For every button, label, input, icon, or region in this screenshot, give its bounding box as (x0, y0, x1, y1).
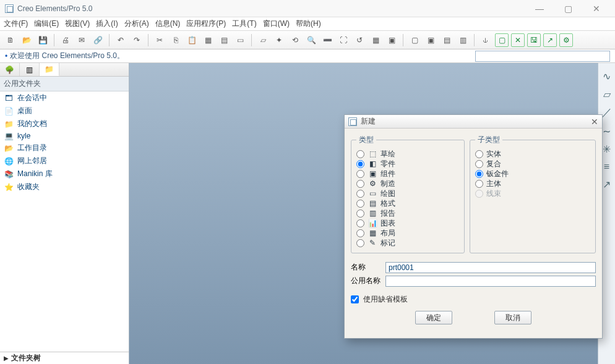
subtype-radio[interactable] (475, 170, 483, 178)
type-radio[interactable] (356, 219, 364, 227)
tree-toggle[interactable]: ▶ 文件夹树 (0, 352, 129, 364)
subtype-option[interactable]: 钣金件 (475, 169, 590, 179)
zoom-fit-icon[interactable]: ⛶ (337, 33, 350, 47)
cancel-button[interactable]: 取消 (494, 311, 531, 324)
menu-view[interactable]: 视图(V) (65, 19, 90, 29)
folder-item[interactable]: ⭐收藏夹 (0, 180, 129, 193)
folder-item[interactable]: 📁我的文档 (0, 117, 129, 130)
type-option[interactable]: ▣组件 (356, 169, 459, 179)
tool-icon[interactable]: ∿ (603, 70, 611, 82)
menu-analysis[interactable]: 分析(A) (124, 19, 149, 29)
folder-item[interactable]: 📄桌面 (0, 104, 129, 117)
default-template-checkbox[interactable] (351, 295, 359, 303)
new-file-icon[interactable]: 🗎 (4, 33, 17, 47)
placeholder-icon[interactable]: ▦ (369, 33, 382, 47)
type-option[interactable]: ▦布局 (356, 228, 459, 238)
cut-icon[interactable]: ✂ (153, 33, 166, 47)
copy-icon[interactable]: ⎘ (169, 33, 183, 47)
settings-icon[interactable]: ⚙ (559, 33, 573, 47)
type-radio[interactable] (356, 160, 364, 168)
folder-item[interactable]: 🌐网上邻居 (0, 154, 129, 167)
default-template-check[interactable]: 使用缺省模板 (351, 295, 408, 303)
tool-icon[interactable]: ✳ (603, 143, 611, 155)
search-combo[interactable] (475, 51, 610, 62)
ok-button[interactable]: 确定 (415, 311, 452, 324)
subtype-option[interactable]: 实体 (475, 149, 590, 159)
menu-file[interactable]: 文件(F) (4, 19, 28, 29)
type-option[interactable]: ⬚草绘 (356, 149, 459, 159)
type-radio[interactable] (356, 229, 364, 237)
placeholder-icon[interactable]: ▤ (217, 33, 231, 47)
placeholder-icon[interactable]: ⫝ (479, 33, 492, 47)
placeholder-icon[interactable]: ▤ (440, 33, 454, 47)
menu-help[interactable]: 帮助(H) (296, 19, 321, 29)
type-option[interactable]: ▥报告 (356, 208, 459, 218)
menu-window[interactable]: 窗口(W) (263, 19, 290, 29)
tool-icon[interactable]: ∼ (603, 125, 611, 137)
subtype-radio[interactable] (475, 160, 483, 168)
type-option[interactable]: ✎标记 (356, 238, 459, 248)
maximize-button[interactable]: ▢ (559, 4, 577, 14)
tab-tree[interactable]: 🌳 (0, 63, 20, 76)
tool-icon[interactable]: ↗ (603, 179, 611, 190)
placeholder-icon[interactable]: ↺ (353, 33, 366, 47)
menu-app[interactable]: 应用程序(P) (186, 19, 226, 29)
minimize-button[interactable]: — (531, 4, 548, 14)
redo-icon[interactable]: ↷ (130, 33, 144, 47)
placeholder-icon[interactable]: ▣ (424, 33, 437, 47)
subtype-option[interactable]: 主体 (475, 179, 590, 188)
type-radio[interactable] (356, 190, 364, 198)
type-option[interactable]: ⚙制造 (356, 179, 459, 188)
folder-item[interactable]: 💻kyle (0, 130, 129, 142)
print-icon[interactable]: 🖨 (59, 33, 72, 47)
dialog-close-button[interactable]: ✕ (591, 117, 598, 127)
close-button[interactable]: ✕ (588, 4, 605, 14)
placeholder-icon[interactable]: ▭ (233, 33, 247, 47)
placeholder-icon[interactable]: ▥ (456, 33, 470, 47)
undo-icon[interactable]: ↶ (114, 33, 127, 47)
type-radio[interactable] (356, 239, 364, 247)
name-input[interactable] (385, 262, 596, 273)
link-icon[interactable]: 🔗 (91, 33, 105, 47)
paste-icon[interactable]: 📋 (185, 33, 199, 47)
mail-icon[interactable]: ✉ (75, 33, 88, 47)
type-option[interactable]: ▤格式 (356, 198, 459, 208)
folder-item[interactable]: 🗔在会话中 (0, 91, 129, 104)
menu-info[interactable]: 信息(N) (155, 19, 181, 29)
placeholder-icon[interactable]: ✕ (511, 33, 525, 47)
type-option[interactable]: ◧零件 (356, 159, 459, 169)
placeholder-icon[interactable]: ▱ (256, 33, 270, 47)
type-radio[interactable] (356, 200, 364, 208)
type-radio[interactable] (356, 170, 364, 178)
subtype-radio[interactable] (475, 150, 483, 158)
menu-edit[interactable]: 编辑(E) (34, 19, 59, 29)
placeholder-icon[interactable]: ⟲ (288, 33, 302, 47)
subtype-option[interactable]: 复合 (475, 159, 590, 169)
tab-layers[interactable]: ▥ (20, 63, 40, 76)
open-file-icon[interactable]: 📂 (20, 33, 33, 47)
zoom-icon[interactable]: 🔍 (304, 33, 318, 47)
placeholder-icon[interactable]: ▢ (495, 33, 509, 47)
type-option[interactable]: ▭绘图 (356, 188, 459, 198)
tool-icon[interactable]: ／ (602, 106, 612, 119)
tool-icon[interactable]: ▱ (603, 88, 611, 100)
folder-item[interactable]: 📚Manikin 库 (0, 167, 129, 180)
subtype-radio[interactable] (475, 180, 483, 188)
menu-tools[interactable]: 工具(T) (232, 19, 256, 29)
placeholder-icon[interactable]: ↗ (543, 33, 557, 47)
tool-icon[interactable]: ≡ (604, 161, 609, 172)
placeholder-icon[interactable]: ▢ (408, 33, 421, 47)
placeholder-icon[interactable]: ✦ (272, 33, 286, 47)
menu-insert[interactable]: 插入(I) (96, 19, 118, 29)
type-radio[interactable] (356, 150, 364, 158)
tab-folder[interactable]: 📁 (40, 63, 59, 76)
placeholder-icon[interactable]: 🖫 (527, 33, 541, 47)
placeholder-icon[interactable]: ▣ (385, 33, 398, 47)
type-radio[interactable] (356, 210, 364, 218)
common-name-input[interactable] (385, 276, 596, 287)
save-icon[interactable]: 💾 (36, 33, 49, 47)
folder-item[interactable]: 📂工作目录 (0, 142, 129, 154)
zoom-out-icon[interactable]: ➖ (320, 33, 334, 47)
type-option[interactable]: 📊图表 (356, 218, 459, 228)
placeholder-icon[interactable]: ▦ (201, 33, 215, 47)
